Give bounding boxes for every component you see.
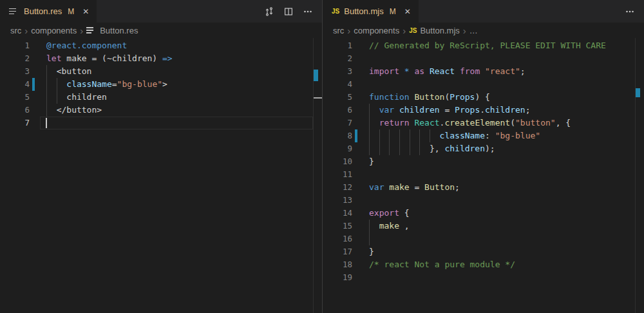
chevron-right-icon: › <box>463 26 466 35</box>
breadcrumb-item[interactable]: Button.res <box>86 25 138 35</box>
line-number: 6 <box>323 104 352 117</box>
code-text: } <box>369 155 374 168</box>
more-actions-icon[interactable] <box>303 6 313 17</box>
modified-badge: M <box>390 7 396 16</box>
code-line[interactable]: 4 <box>323 78 644 91</box>
code-line[interactable]: 18/* react Not a pure module */ <box>323 258 644 271</box>
code-line[interactable]: 17} <box>323 245 644 258</box>
line-number: 2 <box>323 52 352 65</box>
code-text: } <box>369 245 374 258</box>
tab-button-res[interactable]: Button.res M ✕ <box>0 0 97 23</box>
code-text: }, children); <box>369 142 495 155</box>
code-line[interactable]: 4 className="bg-blue"> <box>0 78 322 91</box>
breadcrumb-item[interactable]: components <box>354 26 399 35</box>
line-number: 4 <box>323 78 352 91</box>
code-line[interactable]: 1// Generated by ReScript, PLEASE EDIT W… <box>323 39 644 52</box>
code-line[interactable]: 16 <box>323 232 644 245</box>
close-icon[interactable]: ✕ <box>404 7 411 16</box>
line-number: 19 <box>323 271 352 284</box>
code-text: </button> <box>46 104 102 117</box>
line-number: 5 <box>0 91 30 104</box>
chevron-right-icon: › <box>402 26 406 35</box>
text-cursor <box>46 118 47 128</box>
split-editor-icon[interactable] <box>283 6 294 17</box>
code-text: make , <box>369 220 410 232</box>
code-line[interactable]: 2let make = (~children) => <box>0 52 322 65</box>
line-number: 3 <box>0 65 30 78</box>
code-line[interactable]: 6 </button> <box>0 104 322 117</box>
code-line[interactable]: 1@react.component <box>0 39 322 52</box>
breadcrumb-label: src <box>333 26 344 35</box>
indent-guide <box>369 232 370 245</box>
breadcrumb-item[interactable]: src <box>333 26 344 35</box>
gutter-modified-indicator <box>355 129 357 142</box>
breadcrumb-item[interactable]: … <box>469 26 478 35</box>
code-line[interactable]: 5function Button(Props) { <box>323 91 644 104</box>
code-line[interactable]: 15 make , <box>323 220 644 232</box>
line-number: 7 <box>323 117 352 129</box>
breadcrumb-item[interactable]: JSButton.mjs <box>409 26 460 35</box>
code-line[interactable]: 13 <box>323 194 644 207</box>
line-number: 10 <box>323 155 352 168</box>
overview-ruler-left[interactable] <box>313 38 322 313</box>
code-text: // Generated by ReScript, PLEASE EDIT WI… <box>369 39 606 52</box>
code-editor-button-res[interactable]: 1@react.component2let make = (~children)… <box>0 38 322 313</box>
more-actions-icon[interactable] <box>625 6 635 17</box>
chevron-right-icon: › <box>347 26 350 35</box>
line-number: 13 <box>323 194 352 207</box>
code-text: className: "bg-blue" <box>369 129 540 142</box>
javascript-file-icon: JS <box>409 27 417 34</box>
line-number: 11 <box>323 168 352 181</box>
code-editor-button-mjs[interactable]: 1// Generated by ReScript, PLEASE EDIT W… <box>323 38 644 313</box>
code-line[interactable]: 7 return React.createElement("button", { <box>323 117 644 129</box>
gutter-modified-indicator <box>32 78 35 91</box>
javascript-file-icon: JS <box>332 8 339 15</box>
line-number: 12 <box>323 181 352 194</box>
code-line[interactable]: 3import * as React from "react"; <box>323 65 644 78</box>
breadcrumb-item[interactable]: src <box>10 26 21 35</box>
breadcrumb-label: components <box>354 26 399 35</box>
chevron-right-icon: › <box>80 26 83 35</box>
editor-actions-left <box>264 0 322 23</box>
compare-changes-icon[interactable] <box>264 6 274 17</box>
code-text: /* react Not a pure module */ <box>369 258 515 271</box>
code-line[interactable]: 3 <button <box>0 65 322 78</box>
code-line[interactable]: 14export { <box>323 207 644 220</box>
breadcrumb-left[interactable]: src›components›Button.res <box>0 23 322 38</box>
file-lines-icon <box>9 6 19 17</box>
breadcrumb-right[interactable]: src›components›JSButton.mjs›… <box>323 23 644 38</box>
line-number: 18 <box>323 258 352 271</box>
tab-label: Button.mjs <box>344 6 383 16</box>
code-text: var children = Props.children; <box>369 104 531 117</box>
code-text: @react.component <box>46 39 127 52</box>
code-line[interactable]: 8 className: "bg-blue" <box>323 129 644 142</box>
overview-cursor-marker <box>314 97 322 99</box>
file-lines-icon <box>86 25 97 35</box>
breadcrumb-label: src <box>10 26 21 35</box>
line-number: 6 <box>0 104 30 117</box>
breadcrumb-label: Button.mjs <box>420 26 459 35</box>
modified-badge: M <box>68 7 74 16</box>
tab-button-mjs[interactable]: JS Button.mjs M ✕ <box>323 0 419 23</box>
code-line[interactable]: 12var make = Button; <box>323 181 644 194</box>
code-text: function Button(Props) { <box>369 91 490 104</box>
breadcrumb-item[interactable]: components <box>31 26 77 35</box>
line-number: 4 <box>0 78 30 91</box>
chevron-right-icon: › <box>24 26 28 35</box>
line-number: 17 <box>323 245 352 258</box>
code-line[interactable]: 6 var children = Props.children; <box>323 104 644 117</box>
current-line-highlight <box>40 117 313 129</box>
code-line[interactable]: 2 <box>323 52 644 65</box>
code-line[interactable]: 9 }, children); <box>323 142 644 155</box>
code-line[interactable]: 19 <box>323 271 644 284</box>
line-number: 2 <box>0 52 30 65</box>
code-line[interactable]: 10} <box>323 155 644 168</box>
line-number: 3 <box>323 65 352 78</box>
close-icon[interactable]: ✕ <box>82 7 89 16</box>
overview-ruler-right[interactable] <box>635 38 644 313</box>
code-line[interactable]: 7 <box>0 117 322 129</box>
tab-bar-right: JS Button.mjs M ✕ <box>323 0 644 23</box>
overview-modified-marker <box>314 70 318 81</box>
code-line[interactable]: 5 children <box>0 91 322 104</box>
code-line[interactable]: 11 <box>323 168 644 181</box>
